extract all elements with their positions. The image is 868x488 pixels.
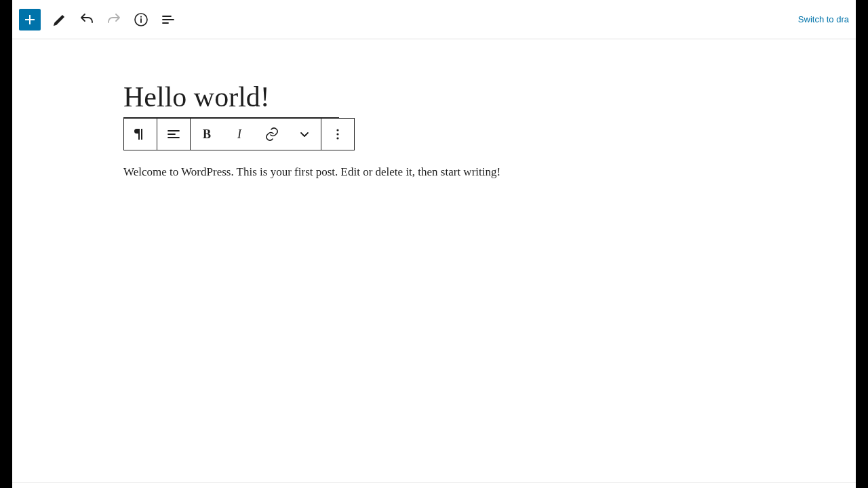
footer-border	[12, 482, 856, 483]
align-button[interactable]	[157, 119, 190, 150]
undo-icon	[79, 12, 95, 28]
editor-content: Hello world!	[12, 39, 856, 182]
svg-point-3	[336, 138, 338, 140]
align-left-icon	[165, 126, 182, 142]
info-button[interactable]	[129, 7, 153, 32]
title-underline	[123, 117, 339, 118]
toolbar-right-group: Switch to dra	[798, 14, 849, 24]
dots-vertical-icon	[330, 126, 346, 142]
switch-to-draft-link[interactable]: Switch to dra	[798, 14, 849, 24]
editor-top-toolbar: Switch to dra	[12, 0, 856, 39]
undo-button[interactable]	[75, 7, 99, 32]
info-icon	[133, 12, 149, 28]
plus-icon	[22, 12, 38, 28]
svg-point-2	[336, 134, 338, 136]
post-title[interactable]: Hello world!	[123, 80, 270, 114]
edit-mode-button[interactable]	[47, 7, 72, 32]
pencil-icon	[52, 12, 68, 28]
more-options-button[interactable]	[321, 119, 354, 150]
add-block-button[interactable]	[19, 9, 41, 30]
link-button[interactable]	[256, 119, 288, 150]
link-icon	[264, 126, 280, 142]
post-paragraph[interactable]: Welcome to WordPress. This is your first…	[123, 163, 856, 181]
redo-icon	[106, 12, 122, 28]
outline-button[interactable]	[156, 7, 180, 32]
redo-button[interactable]	[102, 7, 126, 32]
italic-button[interactable]: I	[223, 119, 256, 150]
chevron-down-icon	[296, 126, 313, 142]
block-toolbar: B I	[123, 118, 355, 150]
toolbar-left-group	[19, 7, 180, 32]
more-rich-text-button[interactable]	[288, 119, 321, 150]
paragraph-icon	[132, 126, 149, 142]
list-view-icon	[160, 12, 176, 28]
svg-point-1	[336, 129, 338, 131]
bold-button[interactable]: B	[191, 119, 223, 150]
block-type-button[interactable]	[124, 119, 157, 150]
